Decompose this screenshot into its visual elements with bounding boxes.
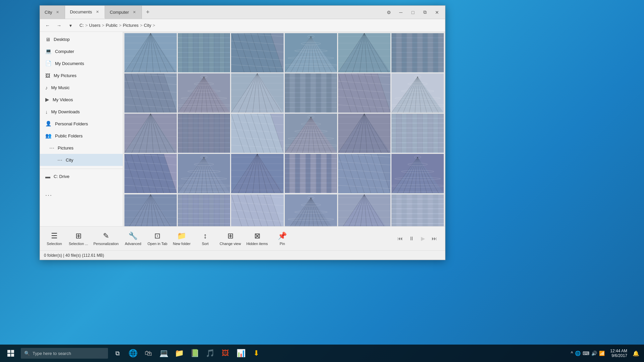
- breadcrumb-c[interactable]: C:: [79, 23, 84, 28]
- hidden-items-button[interactable]: ⊠ Hidden items: [244, 228, 270, 249]
- taskbar-icon-photos[interactable]: 🖼: [218, 346, 233, 361]
- taskview-button[interactable]: ⧉: [110, 346, 125, 361]
- photo-thumbnail[interactable]: [124, 73, 177, 113]
- photo-thumbnail[interactable]: [231, 114, 283, 153]
- breadcrumb-pictures[interactable]: Pictures: [123, 23, 139, 28]
- sidebar-item-my-documents[interactable]: 📄 My Documents: [40, 57, 123, 69]
- tray-expand-icon[interactable]: ^: [571, 351, 573, 356]
- breadcrumb-public[interactable]: Public: [106, 23, 117, 28]
- photo-thumbnail[interactable]: [178, 73, 230, 113]
- sidebar-item-public-folders[interactable]: 👥 Public Folders: [40, 130, 123, 142]
- tray-keyboard-icon[interactable]: ⌨: [583, 351, 589, 356]
- sidebar-item-computer[interactable]: 💻 Computer: [40, 45, 123, 57]
- sidebar-item-my-music[interactable]: ♪ My Music: [40, 81, 123, 94]
- tab-documents[interactable]: Documents ✕: [65, 6, 105, 19]
- sidebar-item-city[interactable]: ⋯ City: [40, 154, 123, 166]
- photo-thumbnail[interactable]: [231, 194, 283, 227]
- photo-thumbnail[interactable]: [231, 154, 283, 193]
- photo-thumbnail[interactable]: [391, 33, 444, 72]
- media-play-button[interactable]: ▶: [418, 233, 428, 244]
- more-button[interactable]: ···: [40, 189, 123, 201]
- maximize-button[interactable]: □: [408, 7, 418, 18]
- sidebar-item-my-videos[interactable]: ▶ My Videos: [40, 94, 123, 106]
- photo-thumbnail[interactable]: [285, 73, 337, 113]
- sidebar-item-personal-folders[interactable]: 👤 Personal Folders: [40, 118, 123, 130]
- taskbar-icon-onenote[interactable]: 📗: [187, 346, 202, 361]
- media-pause-button[interactable]: ⏸: [406, 233, 417, 244]
- svg-rect-361: [231, 154, 283, 193]
- taskbar-icon-powerpoint[interactable]: 📊: [233, 346, 248, 361]
- taskbar-icon-download[interactable]: ⬇: [249, 346, 264, 361]
- notification-button[interactable]: 🔔: [631, 348, 641, 359]
- photo-thumbnail[interactable]: [178, 114, 230, 153]
- tab-computer-close[interactable]: ✕: [131, 10, 137, 15]
- breadcrumb-city[interactable]: City: [144, 23, 151, 28]
- minimize-button[interactable]: ─: [395, 7, 406, 18]
- sidebar-item-my-pictures[interactable]: 🖼 My Pictures: [40, 69, 123, 81]
- sidebar-item-c-drive[interactable]: ▬ C: Drive: [40, 170, 123, 182]
- pin-button[interactable]: 📌 Pin: [271, 228, 294, 249]
- photo-thumbnail[interactable]: [391, 114, 444, 153]
- taskbar-icon-store[interactable]: 🛍: [141, 346, 156, 361]
- photo-thumbnail[interactable]: [285, 33, 337, 72]
- photo-thumbnail[interactable]: [124, 154, 177, 193]
- close-button[interactable]: ✕: [432, 7, 442, 18]
- back-button[interactable]: ←: [43, 20, 53, 31]
- open-in-tab-button[interactable]: ⊡ Open in Tab: [145, 228, 170, 249]
- photo-thumbnail[interactable]: [231, 33, 283, 72]
- sidebar-item-pictures[interactable]: ⋯ Pictures: [40, 142, 123, 154]
- dropdown-button[interactable]: ▾: [65, 20, 75, 31]
- taskbar-icon-laptop[interactable]: 💻: [156, 346, 171, 361]
- photo-thumbnail[interactable]: [338, 73, 390, 113]
- selection2-button[interactable]: ⊞ Selection ...: [66, 228, 91, 249]
- photo-thumbnail[interactable]: [391, 154, 444, 193]
- selection-button[interactable]: ☰ Selection: [43, 228, 66, 249]
- media-next-button[interactable]: ⏭: [429, 233, 440, 244]
- tab-city-close[interactable]: ✕: [55, 10, 60, 15]
- sidebar-item-desktop[interactable]: 🖥 Desktop: [40, 33, 123, 45]
- photo-thumbnail[interactable]: [124, 114, 177, 153]
- tab-city[interactable]: City ✕: [40, 6, 65, 19]
- photo-thumbnail[interactable]: [338, 114, 390, 153]
- breadcrumb-users[interactable]: Users: [89, 23, 101, 28]
- photo-thumbnail[interactable]: [124, 33, 177, 72]
- taskbar-icon-music[interactable]: 🎵: [203, 346, 217, 361]
- advanced-label: Advanced: [125, 242, 141, 246]
- photo-thumbnail[interactable]: [124, 194, 177, 227]
- tray-network-icon[interactable]: 📶: [599, 351, 605, 356]
- photo-thumbnail[interactable]: [178, 154, 230, 193]
- photo-thumbnail[interactable]: [338, 154, 390, 193]
- photo-thumbnail[interactable]: [338, 33, 390, 72]
- change-view-button[interactable]: ⊞ Change view: [217, 228, 244, 249]
- media-prev-button[interactable]: ⏮: [395, 233, 406, 244]
- restore-button[interactable]: ⧉: [420, 7, 430, 18]
- photo-thumbnail[interactable]: [391, 73, 444, 113]
- search-bar[interactable]: 🔍: [21, 348, 108, 359]
- new-folder-button[interactable]: 📁 New folder: [170, 228, 194, 249]
- tab-documents-close[interactable]: ✕: [95, 9, 100, 15]
- personalization-button[interactable]: ✎ Personalization: [91, 228, 121, 249]
- photo-thumbnail[interactable]: [285, 154, 337, 193]
- photo-thumbnail[interactable]: [231, 73, 283, 113]
- taskbar-icon-folder[interactable]: 📁: [172, 346, 186, 361]
- settings-button[interactable]: ⚙: [383, 7, 394, 18]
- add-tab-button[interactable]: +: [142, 9, 154, 16]
- advanced-button[interactable]: 🔧 Advanced: [121, 228, 145, 249]
- sidebar-item-my-downloads[interactable]: ↓ My Downloads: [40, 106, 123, 118]
- tab-computer[interactable]: Computer ✕: [105, 6, 142, 19]
- tray-volume-icon[interactable]: 🔊: [591, 351, 597, 356]
- photo-thumbnail[interactable]: [285, 114, 337, 153]
- photo-grid-area[interactable]: [123, 32, 445, 226]
- forward-button[interactable]: →: [54, 20, 64, 31]
- system-clock[interactable]: 12:44 AM 9/6/2017: [607, 349, 630, 358]
- photo-thumbnail[interactable]: [178, 194, 230, 227]
- tray-language-icon[interactable]: 🌐: [575, 351, 581, 356]
- photo-thumbnail[interactable]: [285, 194, 337, 227]
- photo-thumbnail[interactable]: [338, 194, 390, 227]
- start-button[interactable]: [3, 345, 19, 361]
- search-input[interactable]: [33, 351, 105, 356]
- photo-thumbnail[interactable]: [391, 194, 444, 227]
- sort-button[interactable]: ↕ Sort: [194, 228, 217, 249]
- photo-thumbnail[interactable]: [178, 33, 230, 72]
- taskbar-icon-edge[interactable]: 🌐: [125, 346, 140, 361]
